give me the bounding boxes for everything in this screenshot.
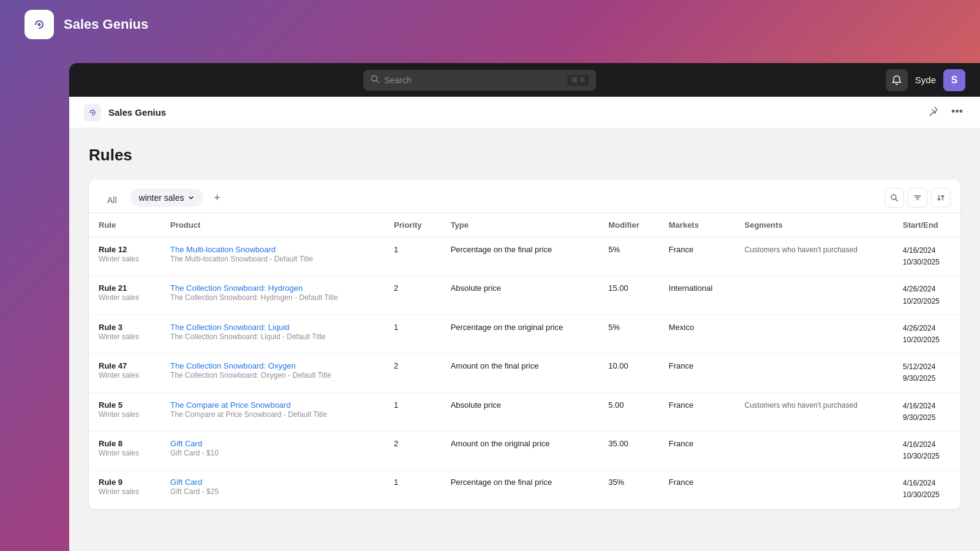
user-avatar[interactable]: S — [943, 69, 965, 91]
cell-priority-5: 2 — [384, 431, 441, 470]
cell-product-2: The Collection Snowboard: Liquid The Col… — [160, 315, 384, 353]
table-row: Rule 5 Winter sales The Compare at Price… — [89, 392, 960, 431]
table-row: Rule 12 Winter sales The Multi-location … — [89, 238, 960, 276]
col-modifier: Modifier — [598, 213, 659, 238]
cell-startend-3: 5/12/20249/30/2025 — [893, 354, 960, 392]
search-table-button[interactable] — [884, 188, 904, 208]
cell-startend-0: 4/16/202410/30/2025 — [893, 238, 960, 276]
rules-table: Rule Product Priority Type Modifier Mark… — [89, 213, 960, 509]
cell-segments-1 — [734, 276, 893, 315]
cell-rule-6: Rule 9 Winter sales — [89, 470, 160, 509]
cell-type-5: Amount on the original price — [441, 431, 599, 470]
product-link-2[interactable]: The Collection Snowboard: Liquid — [170, 323, 289, 332]
rule-name-0: Rule 12 — [99, 245, 151, 254]
cell-rule-2: Rule 3 Winter sales — [89, 315, 160, 353]
cell-type-4: Absolute price — [441, 392, 599, 431]
table-row: Rule 9 Winter sales Gift Card Gift Card … — [89, 470, 960, 509]
cell-product-3: The Collection Snowboard: Oxygen The Col… — [160, 354, 384, 392]
more-button[interactable]: ••• — [949, 103, 965, 122]
tab-filter-label: winter sales — [139, 193, 184, 203]
tab-all[interactable]: All — [99, 190, 126, 210]
sub-header-logo — [84, 104, 101, 121]
cell-priority-3: 2 — [384, 354, 441, 392]
cell-modifier-1: 15.00 — [598, 276, 659, 315]
cell-startend-2: 4/26/202410/20/2025 — [893, 315, 960, 353]
cell-modifier-5: 35.00 — [598, 431, 659, 470]
cell-product-1: The Collection Snowboard: Hydrogen The C… — [160, 276, 384, 315]
cell-rule-5: Rule 8 Winter sales — [89, 431, 160, 470]
cell-modifier-3: 10.00 — [598, 354, 659, 392]
sort-button[interactable] — [931, 188, 951, 208]
product-variant-6: Gift Card - $25 — [170, 487, 374, 496]
product-link-5[interactable]: Gift Card — [170, 439, 202, 448]
cell-priority-1: 2 — [384, 276, 441, 315]
content-area: Rules All winter sales + — [69, 129, 980, 551]
cell-type-6: Percentage on the final price — [441, 470, 599, 509]
rule-name-1: Rule 21 — [99, 283, 151, 293]
product-link-6[interactable]: Gift Card — [170, 478, 202, 487]
cell-markets-5: France — [659, 431, 735, 470]
topbar-right: Syde S — [886, 69, 965, 91]
sub-header-title: Sales Genius — [108, 107, 166, 118]
cell-type-3: Amount on the final price — [441, 354, 599, 392]
pin-button[interactable] — [925, 103, 941, 122]
sub-header-actions: ••• — [925, 103, 965, 122]
cell-modifier-6: 35% — [598, 470, 659, 509]
cell-priority-0: 1 — [384, 238, 441, 276]
notifications-button[interactable] — [886, 69, 908, 91]
filter-button[interactable] — [908, 188, 927, 208]
cell-modifier-2: 5% — [598, 315, 659, 353]
svg-point-4 — [92, 111, 94, 113]
cell-startend-1: 4/26/202410/20/2025 — [893, 276, 960, 315]
product-link-0[interactable]: The Multi-location Snowboard — [170, 245, 276, 254]
rule-sub-6: Winter sales — [99, 487, 151, 496]
top-bar: Sales Genius — [0, 0, 980, 49]
cell-markets-1: International — [659, 276, 735, 315]
rule-sub-2: Winter sales — [99, 332, 151, 341]
add-tab-button[interactable]: + — [208, 189, 225, 206]
product-variant-3: The Collection Snowboard: Oxygen - Defau… — [170, 371, 374, 380]
rule-sub-4: Winter sales — [99, 410, 151, 419]
table-header-row: Rule Product Priority Type Modifier Mark… — [89, 213, 960, 238]
cell-startend-6: 4/16/202410/30/2025 — [893, 470, 960, 509]
product-variant-0: The Multi-location Snowboard - Default T… — [170, 255, 374, 263]
cell-markets-4: France — [659, 392, 735, 431]
product-link-4[interactable]: The Compare at Price Snowboard — [170, 400, 291, 410]
product-link-1[interactable]: The Collection Snowboard: Hydrogen — [170, 283, 303, 293]
cell-priority-6: 1 — [384, 470, 441, 509]
rule-name-6: Rule 9 — [99, 478, 151, 487]
app-title-top: Sales Genius — [64, 17, 148, 32]
search-bar[interactable]: Search ⌘ K — [363, 70, 596, 91]
rule-name-3: Rule 47 — [99, 361, 151, 370]
cell-markets-2: Mexico — [659, 315, 735, 353]
chevron-down-icon — [187, 194, 195, 201]
table-row: Rule 8 Winter sales Gift Card Gift Card … — [89, 431, 960, 470]
cell-modifier-4: 5.00 — [598, 392, 659, 431]
cell-product-4: The Compare at Price Snowboard The Compa… — [160, 392, 384, 431]
cell-segments-5 — [734, 431, 893, 470]
table-card: All winter sales + — [89, 179, 960, 509]
cell-segments-4: Customers who haven't purchased — [734, 392, 893, 431]
tab-winter-sales[interactable]: winter sales — [130, 189, 204, 207]
col-type: Type — [441, 213, 599, 238]
rule-sub-3: Winter sales — [99, 371, 151, 380]
product-link-3[interactable]: The Collection Snowboard: Oxygen — [170, 361, 296, 370]
svg-line-3 — [377, 81, 379, 83]
product-variant-5: Gift Card - $10 — [170, 449, 374, 457]
cell-priority-2: 1 — [384, 315, 441, 353]
cell-priority-4: 1 — [384, 392, 441, 431]
table-row: Rule 47 Winter sales The Collection Snow… — [89, 354, 960, 392]
app-logo — [24, 10, 54, 39]
table-row: Rule 3 Winter sales The Collection Snowb… — [89, 315, 960, 353]
sub-header: Sales Genius ••• — [69, 97, 980, 129]
cell-modifier-0: 5% — [598, 238, 659, 276]
svg-line-6 — [895, 199, 898, 201]
product-variant-2: The Collection Snowboard: Liquid - Defau… — [170, 332, 374, 341]
search-kbd: ⌘ K — [567, 75, 589, 86]
cell-type-2: Percentage on the original price — [441, 315, 599, 353]
rule-sub-0: Winter sales — [99, 255, 151, 263]
cell-rule-1: Rule 21 Winter sales — [89, 276, 160, 315]
cell-product-6: Gift Card Gift Card - $25 — [160, 470, 384, 509]
cell-product-5: Gift Card Gift Card - $10 — [160, 431, 384, 470]
rule-name-4: Rule 5 — [99, 400, 151, 410]
